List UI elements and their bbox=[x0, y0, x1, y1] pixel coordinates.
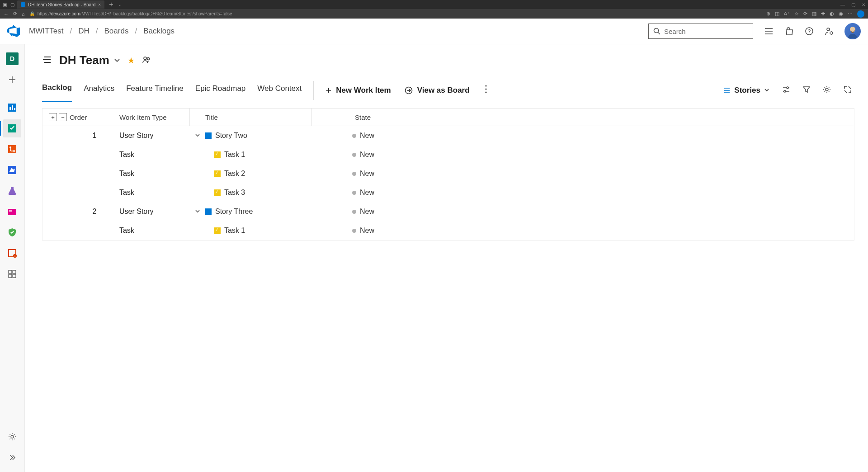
tab-epic-roadmap[interactable]: Epic Roadmap bbox=[195, 78, 246, 102]
help-icon[interactable]: ? bbox=[805, 27, 814, 36]
sidebar-project[interactable]: D bbox=[3, 50, 21, 68]
app-header: MWITTest / DH / Boards / Backlogs Search… bbox=[0, 19, 868, 44]
tab-close-icon[interactable]: × bbox=[98, 2, 101, 7]
sidebar-item-dashboard[interactable]: + bbox=[3, 244, 21, 262]
table-row[interactable]: TaskTask 1New bbox=[42, 221, 854, 240]
browser-tab[interactable]: DH Team Stories Backlog - Board × bbox=[17, 0, 104, 9]
table-row[interactable]: TaskTask 2New bbox=[42, 164, 854, 183]
breadcrumb-org[interactable]: MWITTest bbox=[29, 27, 64, 36]
cell-title[interactable]: Task 3 bbox=[205, 189, 311, 197]
nav-refresh-icon[interactable]: ⟳ bbox=[13, 11, 17, 17]
backlog-level-selector[interactable]: Stories bbox=[723, 86, 769, 95]
svg-point-29 bbox=[144, 57, 146, 60]
tab-group-icon[interactable]: ▣ bbox=[3, 2, 7, 7]
avatar[interactable] bbox=[844, 23, 861, 39]
ext2-icon[interactable]: ◉ bbox=[839, 11, 843, 17]
marketplace-icon[interactable] bbox=[785, 27, 794, 36]
more-icon[interactable]: ⋯ bbox=[848, 11, 853, 17]
svg-point-37 bbox=[826, 88, 828, 91]
sidebar-add-button[interactable] bbox=[3, 71, 21, 89]
tab-list-icon[interactable]: ▢ bbox=[10, 2, 14, 7]
cell-title[interactable]: Task 1 bbox=[205, 227, 311, 235]
column-options-icon[interactable] bbox=[782, 85, 790, 95]
cell-type: Task bbox=[119, 227, 189, 235]
board-icon bbox=[405, 86, 413, 94]
favorites-icon[interactable]: ☆ bbox=[794, 11, 799, 17]
window-minimize-icon[interactable]: — bbox=[840, 2, 845, 7]
table-row[interactable]: 1User StoryStory TwoNew bbox=[42, 126, 854, 145]
sidebar-settings-icon[interactable] bbox=[3, 428, 21, 446]
team-name-dropdown[interactable]: DH Team bbox=[59, 53, 120, 67]
read-aloud-icon[interactable]: A⁺ bbox=[784, 11, 790, 17]
extensions-icon[interactable]: ✚ bbox=[821, 11, 825, 17]
cell-order: 2 bbox=[70, 208, 119, 216]
cell-title[interactable]: Story Three bbox=[205, 208, 311, 216]
chevron-down-icon bbox=[195, 133, 200, 138]
table-row[interactable]: 2User StoryStory ThreeNew bbox=[42, 202, 854, 221]
cell-state: New bbox=[352, 132, 854, 140]
col-work-item-type[interactable]: Work Item Type bbox=[119, 113, 189, 121]
nav-home-icon[interactable]: ⌂ bbox=[22, 11, 25, 17]
window-close-icon[interactable]: ✕ bbox=[862, 2, 865, 7]
breadcrumb-page[interactable]: Backlogs bbox=[143, 27, 175, 36]
table-row[interactable]: TaskTask 1New bbox=[42, 145, 854, 164]
tab-analytics[interactable]: Analytics bbox=[84, 78, 114, 102]
search-input[interactable]: Search bbox=[648, 24, 753, 39]
breadcrumb-sep-icon: / bbox=[96, 27, 98, 36]
tab-web-context[interactable]: Web Context bbox=[257, 78, 302, 102]
breadcrumb-project[interactable]: DH bbox=[78, 27, 90, 36]
col-title[interactable]: Title bbox=[205, 113, 311, 121]
work-items-icon[interactable] bbox=[765, 27, 774, 36]
collections-icon[interactable]: ▥ bbox=[812, 11, 816, 17]
address-bar: ← ⟳ ⌂ 🔒 https://dev.azure.com/MWITTest/D… bbox=[0, 9, 868, 19]
expand-all-button[interactable]: + bbox=[49, 113, 57, 121]
zoom-icon[interactable]: ⊕ bbox=[766, 11, 770, 17]
tab-backlog[interactable]: Backlog bbox=[42, 78, 72, 102]
sidebar-item-boards[interactable] bbox=[3, 119, 21, 137]
favorite-star-icon[interactable]: ★ bbox=[127, 56, 135, 66]
more-actions-icon[interactable] bbox=[483, 83, 489, 97]
new-work-item-button[interactable]: + New Work Item bbox=[326, 85, 391, 96]
state-dot-icon bbox=[352, 191, 356, 195]
breadcrumb-section[interactable]: Boards bbox=[104, 27, 129, 36]
team-members-icon[interactable] bbox=[142, 55, 151, 66]
svg-text:?: ? bbox=[808, 28, 811, 34]
nav-back-icon[interactable]: ← bbox=[4, 11, 9, 17]
tab-chevron-icon[interactable]: ⌄ bbox=[118, 2, 122, 7]
team-picker-icon[interactable] bbox=[42, 55, 52, 66]
window-maximize-icon[interactable]: ▢ bbox=[851, 2, 855, 7]
fullscreen-icon[interactable] bbox=[844, 85, 852, 95]
row-expand-toggle[interactable] bbox=[189, 209, 205, 214]
chevron-down-icon bbox=[764, 88, 769, 93]
cell-title[interactable]: Task 1 bbox=[205, 151, 311, 159]
row-expand-toggle[interactable] bbox=[189, 133, 205, 138]
sync-icon[interactable]: ⟳ bbox=[803, 11, 807, 17]
cell-title[interactable]: Task 2 bbox=[205, 170, 311, 178]
user-settings-icon[interactable] bbox=[825, 27, 834, 36]
azure-devops-logo-icon[interactable] bbox=[7, 25, 20, 38]
tab-add-button[interactable]: + bbox=[107, 0, 115, 9]
sidebar-item-grid[interactable] bbox=[3, 265, 21, 283]
col-order[interactable]: Order bbox=[70, 113, 119, 121]
filter-icon[interactable] bbox=[803, 86, 810, 95]
sidebar-item-pipelines[interactable] bbox=[3, 161, 21, 179]
tracking-icon[interactable]: ◫ bbox=[775, 11, 779, 17]
svg-text:+: + bbox=[14, 255, 16, 258]
sidebar-expand-icon[interactable] bbox=[3, 448, 21, 467]
tab-feature-timeline[interactable]: Feature Timeline bbox=[126, 78, 184, 102]
table-row[interactable]: TaskTask 3New bbox=[42, 183, 854, 202]
bing-icon[interactable] bbox=[857, 10, 864, 18]
sidebar-item-artifacts[interactable] bbox=[3, 203, 21, 221]
col-state[interactable]: State bbox=[352, 113, 854, 121]
ext1-icon[interactable]: ◐ bbox=[830, 11, 834, 17]
collapse-all-button[interactable]: − bbox=[59, 113, 67, 121]
sidebar-item-overview[interactable] bbox=[3, 99, 21, 117]
sidebar-item-test-plans[interactable] bbox=[3, 182, 21, 200]
sidebar-item-compliance[interactable] bbox=[3, 223, 21, 241]
cell-type: User Story bbox=[119, 132, 189, 140]
settings-icon[interactable] bbox=[823, 85, 831, 95]
address-url[interactable]: 🔒 https://dev.azure.com/MWITTest/DH/_bac… bbox=[29, 11, 762, 16]
cell-title[interactable]: Story Two bbox=[205, 132, 311, 140]
view-as-board-button[interactable]: View as Board bbox=[405, 86, 470, 95]
sidebar-item-repos[interactable] bbox=[3, 140, 21, 158]
